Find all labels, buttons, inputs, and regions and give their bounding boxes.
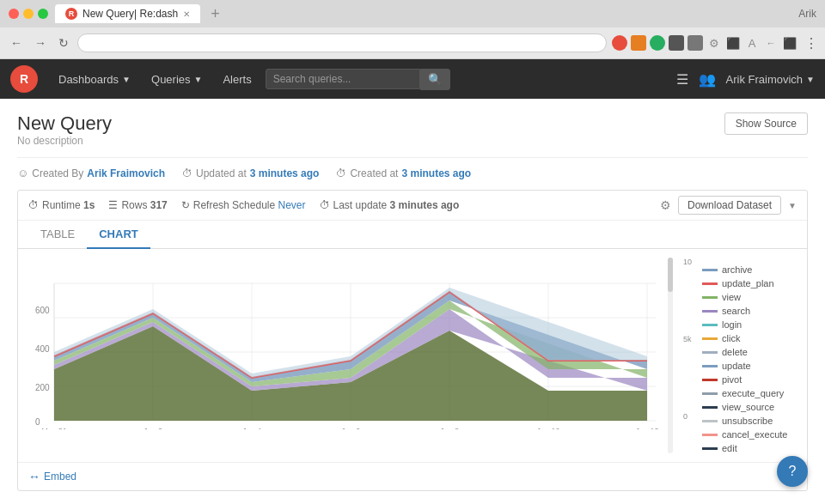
meta-created-by: ☺ Created By Arik Fraimovich	[17, 167, 165, 179]
svg-text:May 31: May 31	[41, 427, 67, 429]
chart-container: 0 200 400 600	[18, 249, 807, 462]
refresh-button[interactable]: ↻	[55, 34, 72, 52]
search-input[interactable]	[266, 69, 420, 89]
new-tab-icon[interactable]: +	[211, 6, 220, 21]
title-section: New Query No description	[17, 112, 112, 154]
legend-item: click	[702, 333, 797, 343]
menu-icon[interactable]: ⋮	[804, 35, 818, 52]
legend-color	[702, 269, 718, 271]
legend-label: pivot	[722, 374, 742, 385]
help-icon: ?	[789, 464, 797, 479]
person-icon: ☺	[17, 167, 28, 179]
meta-row: ☺ Created By Arik Fraimovich ⏱ Updated a…	[17, 157, 808, 179]
clock2-icon: ⏱	[336, 167, 346, 179]
tab-favicon: R	[65, 8, 77, 20]
clock-icon: ⏱	[182, 167, 192, 179]
refresh-value[interactable]: Never	[278, 199, 306, 211]
svg-text:Jun 8: Jun 8	[440, 427, 459, 429]
nav-search: 🔍	[266, 69, 450, 90]
legend-color	[702, 296, 718, 299]
query-toolbar-right: ⚙ Download Dataset ▼	[660, 196, 797, 215]
rows-icon: ☰	[108, 199, 118, 211]
browser-user: Arik	[798, 8, 816, 20]
forward-button[interactable]: →	[31, 34, 50, 52]
runtime-info: ⏱ Runtime 1s	[28, 199, 95, 211]
rows-info: ☰ Rows 317	[108, 199, 167, 211]
back-button[interactable]: ←	[7, 34, 26, 52]
address-input[interactable]	[87, 37, 597, 49]
svg-text:400: 400	[35, 344, 50, 354]
legend-color	[702, 324, 718, 326]
users-icon[interactable]: 👥	[699, 71, 716, 88]
legend-color	[702, 310, 718, 313]
legend-label: edit	[722, 443, 737, 453]
legend-label: view	[722, 292, 741, 302]
browser-titlebar: R New Query| Re:dash ✕ + Arik	[0, 0, 825, 27]
close-dot[interactable]	[9, 9, 19, 19]
legend-label: update_plan	[722, 278, 774, 288]
ext-icon-4	[669, 35, 684, 51]
user-chevron: ▼	[806, 75, 815, 84]
last-update-info: ⏱ Last update 3 minutes ago	[320, 199, 460, 211]
legend-color	[702, 351, 718, 354]
legend-item: pivot	[702, 374, 797, 385]
nav-user[interactable]: Arik Fraimovich ▼	[726, 73, 815, 86]
app-logo: R	[10, 65, 38, 93]
nav-alerts[interactable]: Alerts	[212, 59, 261, 99]
ext-icon-2	[631, 35, 646, 51]
nav-dashboards[interactable]: Dashboards ▼	[48, 59, 141, 99]
legend-color	[702, 420, 718, 422]
update-icon: ⏱	[320, 199, 330, 211]
legend-label: update	[722, 361, 751, 371]
legend-item: view_source	[702, 402, 797, 412]
tab-title: New Query| Re:dash	[82, 8, 178, 20]
show-source-button[interactable]: Show Source	[724, 112, 808, 135]
refresh-label: Refresh Schedule Never	[193, 199, 306, 211]
ext-icon-7: ⬛	[725, 35, 741, 51]
runtime-label: Runtime 1s	[42, 199, 95, 211]
page-description: No description	[17, 135, 112, 147]
chart-svg-wrapper: 0 200 400 600	[28, 258, 797, 453]
tab-chart[interactable]: CHART	[87, 221, 150, 249]
minimize-dot[interactable]	[23, 9, 34, 19]
svg-text:200: 200	[35, 383, 50, 392]
legend-item: login	[702, 319, 797, 330]
page-content: New Query No description Show Source ☺ C…	[0, 99, 825, 504]
address-bar[interactable]	[77, 33, 607, 52]
tab-table[interactable]: TABLE	[28, 221, 87, 249]
rows-label: Rows 317	[121, 199, 167, 211]
queries-chevron: ▼	[194, 75, 203, 84]
author-name[interactable]: Arik Fraimovich	[87, 167, 165, 179]
query-toolbar: ⏱ Runtime 1s ☰ Rows 317 ↻ Refresh Schedu…	[18, 191, 807, 221]
meta-created: ⏱ Created at 3 minutes ago	[336, 167, 471, 179]
download-button[interactable]: Download Dataset	[678, 196, 781, 215]
ext-icon-5	[688, 35, 703, 51]
maximize-dot[interactable]	[38, 9, 48, 19]
legend-label: archive	[722, 264, 752, 275]
tab-close-icon[interactable]: ✕	[183, 9, 190, 19]
browser-tab[interactable]: R New Query| Re:dash ✕	[55, 4, 200, 23]
dashboards-chevron: ▼	[122, 75, 131, 84]
database-icon[interactable]: ☰	[676, 71, 688, 88]
download-chevron[interactable]: ▼	[788, 201, 797, 210]
scrollbar-thumb[interactable]	[668, 258, 673, 292]
ext-icon-9: ←	[763, 35, 779, 51]
legend-item: search	[702, 306, 797, 316]
legend-color	[702, 406, 718, 409]
embed-link[interactable]: ↔ Embed	[28, 470, 797, 483]
legend-color	[702, 365, 718, 367]
help-button[interactable]: ?	[777, 456, 808, 487]
svg-text:Jun 2: Jun 2	[144, 427, 162, 429]
query-section: ⏱ Runtime 1s ☰ Rows 317 ↻ Refresh Schedu…	[17, 190, 808, 491]
legend-label: execute_query	[722, 388, 784, 398]
scrollbar-track[interactable]	[668, 258, 673, 453]
updated-time: 3 minutes ago	[250, 167, 320, 179]
settings-icon[interactable]: ⚙	[660, 198, 671, 212]
search-button[interactable]: 🔍	[420, 69, 450, 90]
legend-item: archive	[702, 264, 797, 275]
nav-queries[interactable]: Queries ▼	[141, 59, 212, 99]
legend-color	[702, 282, 718, 285]
query-toolbar-left: ⏱ Runtime 1s ☰ Rows 317 ↻ Refresh Schedu…	[28, 199, 459, 211]
browser-dots	[9, 9, 48, 19]
chart-svg: 0 200 400 600	[28, 258, 661, 429]
